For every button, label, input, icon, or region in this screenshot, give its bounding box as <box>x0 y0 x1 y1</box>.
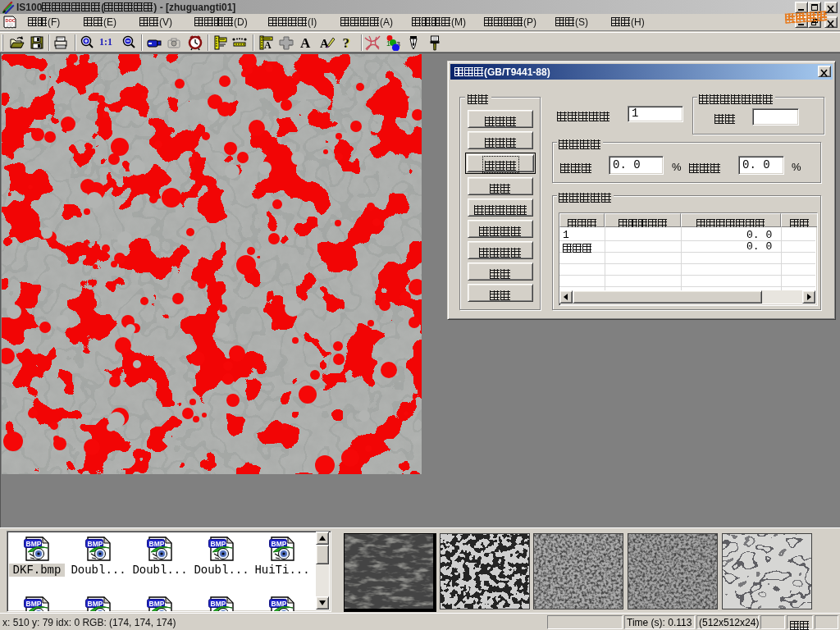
svg-text:DOC: DOC <box>6 18 16 23</box>
svg-text:A: A <box>320 37 329 50</box>
svg-text:?: ? <box>343 35 350 51</box>
svg-text:A: A <box>300 35 311 51</box>
svg-text:A: A <box>264 39 272 51</box>
